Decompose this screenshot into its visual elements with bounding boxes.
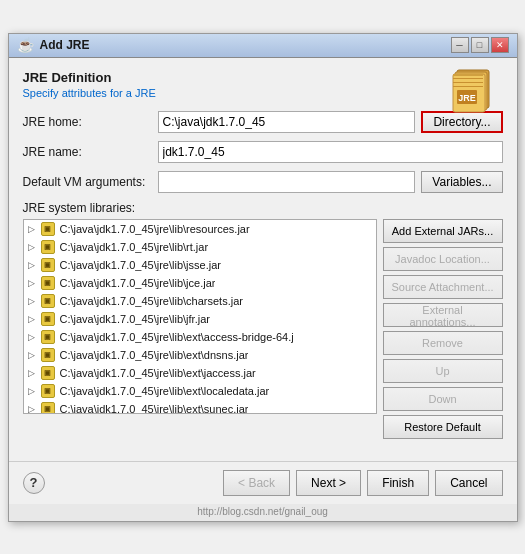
jre-book-icon: JRE bbox=[451, 62, 503, 114]
cancel-button[interactable]: Cancel bbox=[435, 470, 502, 496]
bottom-right: < Back Next > Finish Cancel bbox=[223, 470, 502, 496]
tree-arrow-icon: ▷ bbox=[28, 404, 38, 414]
tree-arrow-icon: ▷ bbox=[28, 242, 38, 252]
title-bar-left: ☕ Add JRE bbox=[17, 37, 90, 53]
library-path: C:\java\jdk1.7.0_45\jre\lib\rt.jar bbox=[60, 241, 209, 253]
jar-icon: ▣ bbox=[40, 329, 56, 345]
svg-text:JRE: JRE bbox=[458, 93, 476, 103]
tree-arrow-icon: ▷ bbox=[28, 332, 38, 342]
list-item[interactable]: ▷▣C:\java\jdk1.7.0_45\jre\lib\ext\jacces… bbox=[24, 364, 376, 382]
jre-home-input[interactable] bbox=[158, 111, 416, 133]
vm-args-input[interactable] bbox=[158, 171, 416, 193]
libraries-area: ▷▣C:\java\jdk1.7.0_45\jre\lib\resources.… bbox=[23, 219, 503, 439]
next-button[interactable]: Next > bbox=[296, 470, 361, 496]
back-button[interactable]: < Back bbox=[223, 470, 290, 496]
up-button[interactable]: Up bbox=[383, 359, 503, 383]
vm-args-label: Default VM arguments: bbox=[23, 175, 158, 189]
svg-rect-3 bbox=[453, 74, 483, 76]
minimize-button[interactable]: ─ bbox=[451, 37, 469, 53]
list-item[interactable]: ▷▣C:\java\jdk1.7.0_45\jre\lib\ext\dnsns.… bbox=[24, 346, 376, 364]
tree-arrow-icon: ▷ bbox=[28, 224, 38, 234]
library-path: C:\java\jdk1.7.0_45\jre\lib\ext\localeda… bbox=[60, 385, 270, 397]
tree-arrow-icon: ▷ bbox=[28, 296, 38, 306]
list-item[interactable]: ▷▣C:\java\jdk1.7.0_45\jre\lib\jce.jar bbox=[24, 274, 376, 292]
library-path: C:\java\jdk1.7.0_45\jre\lib\jfr.jar bbox=[60, 313, 210, 325]
section-subtitle: Specify attributes for a JRE bbox=[23, 87, 503, 99]
tree-arrow-icon: ▷ bbox=[28, 278, 38, 288]
tree-arrow-icon: ▷ bbox=[28, 386, 38, 396]
jar-icon: ▣ bbox=[40, 239, 56, 255]
library-path: C:\java\jdk1.7.0_45\jre\lib\ext\dnsns.ja… bbox=[60, 349, 249, 361]
jar-icon: ▣ bbox=[40, 401, 56, 414]
source-attachment-button[interactable]: Source Attachment... bbox=[383, 275, 503, 299]
tree-arrow-icon: ▷ bbox=[28, 368, 38, 378]
section-title: JRE Definition bbox=[23, 70, 503, 85]
library-path: C:\java\jdk1.7.0_45\jre\lib\jce.jar bbox=[60, 277, 216, 289]
down-button[interactable]: Down bbox=[383, 387, 503, 411]
jar-icon: ▣ bbox=[40, 311, 56, 327]
close-button[interactable]: ✕ bbox=[491, 37, 509, 53]
watermark: http://blog.csdn.net/gnail_oug bbox=[9, 504, 517, 521]
tree-arrow-icon: ▷ bbox=[28, 260, 38, 270]
jre-name-row: JRE name: bbox=[23, 141, 503, 163]
bottom-left: ? bbox=[23, 472, 45, 494]
vm-args-row: Default VM arguments: Variables... bbox=[23, 171, 503, 193]
remove-button[interactable]: Remove bbox=[383, 331, 503, 355]
add-external-jars-button[interactable]: Add External JARs... bbox=[383, 219, 503, 243]
library-path: C:\java\jdk1.7.0_45\jre\lib\ext\sunec.ja… bbox=[60, 403, 249, 414]
tree-arrow-icon: ▷ bbox=[28, 350, 38, 360]
libraries-label: JRE system libraries: bbox=[23, 201, 503, 215]
library-path: C:\java\jdk1.7.0_45\jre\lib\charsets.jar bbox=[60, 295, 243, 307]
variables-button[interactable]: Variables... bbox=[421, 171, 502, 193]
jre-home-row: JRE home: Directory... bbox=[23, 111, 503, 133]
window-icon: ☕ bbox=[17, 37, 34, 53]
libraries-list[interactable]: ▷▣C:\java\jdk1.7.0_45\jre\lib\resources.… bbox=[23, 219, 377, 414]
list-item[interactable]: ▷▣C:\java\jdk1.7.0_45\jre\lib\resources.… bbox=[24, 220, 376, 238]
jre-name-input[interactable] bbox=[158, 141, 503, 163]
jar-icon: ▣ bbox=[40, 383, 56, 399]
jar-icon: ▣ bbox=[40, 347, 56, 363]
svg-rect-6 bbox=[453, 86, 483, 87]
restore-default-button[interactable]: Restore Default bbox=[383, 415, 503, 439]
jar-icon: ▣ bbox=[40, 365, 56, 381]
help-button[interactable]: ? bbox=[23, 472, 45, 494]
svg-rect-5 bbox=[453, 82, 483, 83]
side-buttons: Add External JARs... Javadoc Location...… bbox=[383, 219, 503, 439]
title-bar: ☕ Add JRE ─ □ ✕ bbox=[9, 34, 517, 58]
jar-icon: ▣ bbox=[40, 293, 56, 309]
finish-button[interactable]: Finish bbox=[367, 470, 429, 496]
library-path: C:\java\jdk1.7.0_45\jre\lib\ext\access-b… bbox=[60, 331, 294, 343]
jar-icon: ▣ bbox=[40, 275, 56, 291]
library-path: C:\java\jdk1.7.0_45\jre\lib\jsse.jar bbox=[60, 259, 221, 271]
jre-name-label: JRE name: bbox=[23, 145, 158, 159]
list-item[interactable]: ▷▣C:\java\jdk1.7.0_45\jre\lib\charsets.j… bbox=[24, 292, 376, 310]
javadoc-location-button[interactable]: Javadoc Location... bbox=[383, 247, 503, 271]
jar-icon: ▣ bbox=[40, 221, 56, 237]
list-item[interactable]: ▷▣C:\java\jdk1.7.0_45\jre\lib\rt.jar bbox=[24, 238, 376, 256]
jre-home-label: JRE home: bbox=[23, 115, 158, 129]
tree-arrow-icon: ▷ bbox=[28, 314, 38, 324]
external-annotations-button[interactable]: External annotations... bbox=[383, 303, 503, 327]
list-item[interactable]: ▷▣C:\java\jdk1.7.0_45\jre\lib\ext\sunec.… bbox=[24, 400, 376, 414]
library-path: C:\java\jdk1.7.0_45\jre\lib\resources.ja… bbox=[60, 223, 250, 235]
bottom-bar: ? < Back Next > Finish Cancel bbox=[9, 461, 517, 504]
title-buttons: ─ □ ✕ bbox=[451, 37, 509, 53]
header-area: JRE Definition Specify attributes for a … bbox=[23, 70, 503, 99]
svg-rect-4 bbox=[453, 78, 483, 79]
list-item[interactable]: ▷▣C:\java\jdk1.7.0_45\jre\lib\ext\access… bbox=[24, 328, 376, 346]
libraries-section: JRE system libraries: ▷▣C:\java\jdk1.7.0… bbox=[23, 201, 503, 439]
list-item[interactable]: ▷▣C:\java\jdk1.7.0_45\jre\lib\ext\locale… bbox=[24, 382, 376, 400]
jar-icon: ▣ bbox=[40, 257, 56, 273]
window-title: Add JRE bbox=[40, 38, 90, 52]
add-jre-window: ☕ Add JRE ─ □ ✕ JRE Definition Specify a… bbox=[8, 33, 518, 522]
library-path: C:\java\jdk1.7.0_45\jre\lib\ext\jaccess.… bbox=[60, 367, 256, 379]
list-item[interactable]: ▷▣C:\java\jdk1.7.0_45\jre\lib\jfr.jar bbox=[24, 310, 376, 328]
main-content: JRE Definition Specify attributes for a … bbox=[9, 58, 517, 451]
maximize-button[interactable]: □ bbox=[471, 37, 489, 53]
list-item[interactable]: ▷▣C:\java\jdk1.7.0_45\jre\lib\jsse.jar bbox=[24, 256, 376, 274]
